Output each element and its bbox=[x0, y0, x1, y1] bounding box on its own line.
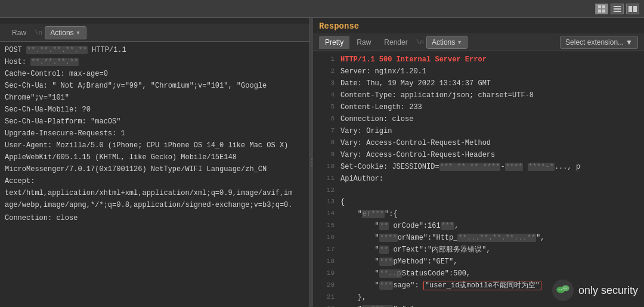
resp-line-3: 3 Date: Thu, 19 May 2022 13:34:37 GMT bbox=[313, 77, 644, 89]
svg-rect-2 bbox=[598, 10, 601, 13]
req-line-2: Host: **.**.**.** bbox=[0, 56, 309, 68]
resp-line-15: 15 "** orCode":161***, bbox=[313, 220, 644, 232]
resp-line-11: 11 ApiAuthor: bbox=[313, 173, 644, 185]
req-line-9: User-Agent: Mozilla/5.0 (iPhone; CPU iPh… bbox=[0, 139, 309, 151]
req-line-3: Cache-Control: max-age=0 bbox=[0, 68, 309, 80]
resp-line-22: 22 "su***ss":false, bbox=[313, 303, 644, 308]
response-panel: Response Pretty Raw Render \n Actions ▼ … bbox=[313, 18, 644, 307]
resp-line-1: 1 HTTP/1.1 500 Internal Server Error bbox=[313, 54, 644, 66]
wechat-icon bbox=[552, 280, 574, 301]
svg-point-15 bbox=[565, 288, 566, 289]
response-content[interactable]: 1 HTTP/1.1 500 Internal Server Error 2 S… bbox=[313, 51, 644, 307]
resp-line-2: 2 Server: nginx/1.20.1 bbox=[313, 66, 644, 77]
req-line-11: MicroMessenger/7.0.17(0x17001126) NetTyp… bbox=[0, 163, 309, 175]
tab-pretty[interactable]: Pretty bbox=[319, 36, 349, 49]
resp-line-16: 16 "****orName":"Http_**...**.**.**...**… bbox=[313, 232, 644, 244]
svg-rect-8 bbox=[633, 6, 637, 12]
svg-rect-6 bbox=[614, 11, 621, 12]
req-line-13: text/html,application/xhtml+xml,applicat… bbox=[0, 187, 309, 199]
resp-line-12: 12 bbox=[313, 185, 644, 196]
svg-rect-5 bbox=[614, 8, 621, 10]
resp-line-4: 4 Content-Type: application/json; charse… bbox=[313, 89, 644, 101]
request-header bbox=[0, 18, 309, 24]
actions-dropdown-icon: ▼ bbox=[457, 39, 462, 45]
tab-raw-request[interactable]: Raw bbox=[6, 26, 32, 39]
resp-line-6: 6 Connection: close bbox=[313, 113, 644, 125]
response-title: Response bbox=[319, 21, 359, 31]
request-tab-bar: Raw \n Actions ▼ bbox=[0, 24, 309, 42]
split-view-btn[interactable] bbox=[626, 4, 639, 14]
tab-raw-response[interactable]: Raw bbox=[351, 36, 377, 49]
req-line-7: Sec-Ch-Ua-Platform: "macOS" bbox=[0, 116, 309, 128]
svg-point-12 bbox=[559, 289, 560, 290]
svg-point-14 bbox=[564, 288, 565, 289]
tab-render[interactable]: Render bbox=[378, 36, 413, 49]
req-line-1: POST **.**.**.**.** HTTP/1.1 bbox=[0, 44, 309, 56]
watermark-text: only security bbox=[578, 284, 638, 297]
resp-line-13: 13 { bbox=[313, 196, 644, 208]
main-split: Raw \n Actions ▼ POST **.**.**.**.** HTT… bbox=[0, 18, 644, 307]
watermark: only security bbox=[552, 280, 638, 301]
resp-line-8: 8 Vary: Access-Control-Request-Method bbox=[313, 137, 644, 149]
resp-line-5: 5 Content-Length: 233 bbox=[313, 101, 644, 113]
req-line-8: Upgrade-Insecure-Requests: 1 bbox=[0, 128, 309, 139]
resp-line-9: 9 Vary: Access-Control-Request-Headers bbox=[313, 149, 644, 161]
actions-button-request[interactable]: Actions ▼ bbox=[45, 26, 86, 39]
resp-line-19: 19 "**..pStatusCode":500, bbox=[313, 268, 644, 280]
resp-line-10: 10 Set-Cookie: JSESSIONID=*** ** ** ****… bbox=[313, 161, 644, 173]
req-line-12: Accept: bbox=[0, 175, 309, 187]
view-toggle-group bbox=[595, 4, 639, 14]
select-extension-button[interactable]: Select extension... ▼ bbox=[560, 36, 638, 49]
response-header: Response bbox=[313, 18, 644, 33]
actions-arrow-icon: ▼ bbox=[76, 30, 81, 36]
actions-button-response[interactable]: Actions ▼ bbox=[426, 36, 467, 49]
select-ext-arrow-icon: ▼ bbox=[626, 38, 633, 46]
list-view-btn[interactable] bbox=[611, 4, 624, 14]
svg-rect-0 bbox=[598, 5, 601, 8]
svg-rect-4 bbox=[614, 6, 621, 7]
top-bar bbox=[0, 0, 644, 18]
req-line-14: age/webp,image/apng,*/*;q=0.8,applicatio… bbox=[0, 199, 309, 211]
grid-view-btn[interactable] bbox=[595, 4, 608, 14]
req-line-6: Sec-Ch-Ua-Mobile: ?0 bbox=[0, 104, 309, 116]
resp-line-14: 14 "er***":{ bbox=[313, 208, 644, 220]
resp-line-7: 7 Vary: Origin bbox=[313, 125, 644, 137]
request-panel: Raw \n Actions ▼ POST **.**.**.**.** HTT… bbox=[0, 18, 310, 307]
request-content[interactable]: POST **.**.**.**.** HTTP/1.1 Host: **.**… bbox=[0, 42, 309, 307]
resp-line-17: 17 "** orText":"内部服务器错误", bbox=[313, 244, 644, 256]
resp-line-18: 18 "***pMethod":"GET", bbox=[313, 256, 644, 268]
req-line-5: Chrome";v="101" bbox=[0, 92, 309, 104]
svg-rect-1 bbox=[602, 5, 605, 8]
req-line-10: AppleWebKit/605.1.15 (KHTML, like Gecko)… bbox=[0, 151, 309, 163]
req-line-4: Sec-Ch-Ua: " Not A;Brand";v="99", "Chrom… bbox=[0, 80, 309, 92]
svg-point-13 bbox=[561, 289, 562, 290]
svg-rect-7 bbox=[628, 6, 632, 12]
req-line-16: Connection: close bbox=[0, 212, 309, 224]
svg-rect-3 bbox=[602, 10, 605, 13]
response-tab-bar: Pretty Raw Render \n Actions ▼ Select ex… bbox=[313, 33, 644, 51]
